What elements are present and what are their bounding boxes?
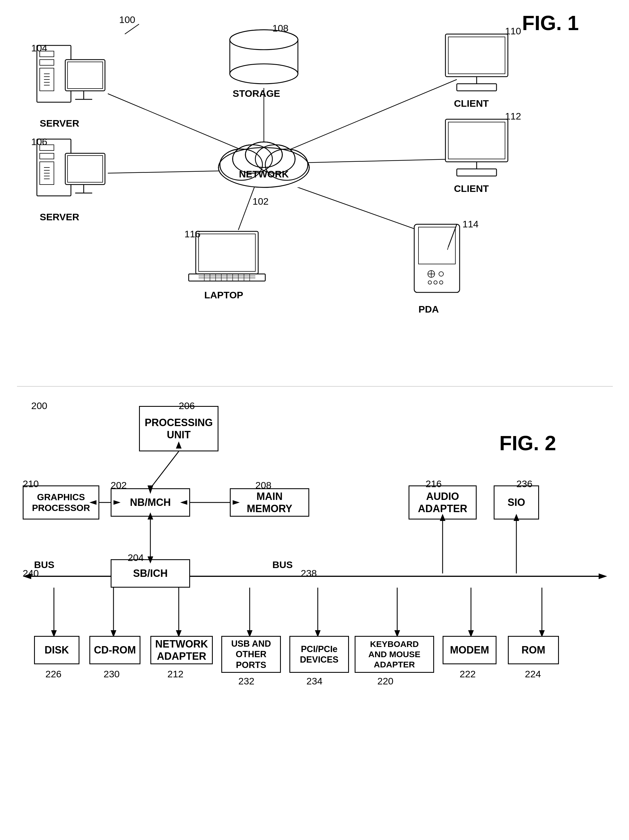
- ref-114: 114: [462, 219, 479, 230]
- pda-label: PDA: [418, 304, 439, 315]
- cd-rom-box: CD-ROM: [89, 636, 140, 664]
- ref-222: 222: [460, 668, 476, 680]
- server2-icon: [34, 136, 108, 210]
- ref-234: 234: [306, 676, 323, 687]
- network-cloud-icon: NETWORK: [210, 131, 318, 193]
- server2-label: SERVER: [40, 212, 79, 223]
- pda-icon: [408, 221, 465, 301]
- svg-rect-53: [448, 37, 505, 74]
- ref-108: 108: [273, 23, 288, 34]
- disk-box: DISK: [34, 636, 79, 664]
- fig2-connections-svg: [17, 392, 613, 832]
- laptop-label: LAPTOP: [204, 290, 243, 301]
- svg-rect-49: [68, 156, 103, 182]
- svg-rect-75: [418, 227, 456, 264]
- svg-marker-96: [89, 500, 96, 505]
- ref-232: 232: [238, 676, 254, 687]
- ref-104: 104: [31, 43, 47, 54]
- page: FIG. 1 100: [0, 0, 629, 840]
- fig1-diagram: FIG. 1 100: [17, 8, 613, 372]
- rom-label: ROM: [522, 644, 545, 656]
- storage-icon: [227, 28, 301, 85]
- storage-label: STORAGE: [233, 88, 280, 99]
- svg-marker-97: [114, 500, 121, 505]
- svg-rect-61: [199, 234, 255, 272]
- ref-116: 116: [184, 229, 200, 240]
- server1-label: SERVER: [40, 118, 79, 129]
- disk-label: DISK: [44, 644, 69, 656]
- fig1-title: FIG. 1: [522, 11, 579, 35]
- usb-ports-label: USB AND OTHER PORTS: [231, 638, 271, 670]
- network-adapter-box: NETWORK ADAPTER: [150, 636, 213, 664]
- cd-rom-label: CD-ROM: [94, 644, 136, 656]
- pci-devices-box: PCI/PCIe DEVICES: [289, 636, 349, 673]
- svg-marker-99: [148, 512, 153, 519]
- ref-212: 212: [167, 668, 184, 680]
- ref-220: 220: [377, 676, 394, 687]
- ref-230: 230: [104, 668, 120, 680]
- ref-112: 112: [505, 111, 521, 122]
- usb-ports-box: USB AND OTHER PORTS: [221, 636, 281, 673]
- svg-marker-90: [148, 485, 153, 494]
- svg-rect-59: [457, 169, 497, 176]
- svg-line-89: [150, 452, 179, 488]
- client2-icon: [440, 116, 514, 179]
- svg-line-0: [125, 24, 139, 34]
- svg-marker-100: [148, 556, 153, 564]
- client1-icon: [440, 31, 514, 94]
- svg-marker-102: [440, 514, 445, 521]
- keyboard-mouse-box: KEYBOARD AND MOUSE ADAPTER: [355, 636, 434, 673]
- modem-label: MODEM: [450, 644, 489, 656]
- svg-text:NETWORK: NETWORK: [239, 169, 289, 179]
- keyboard-mouse-label: KEYBOARD AND MOUSE ADAPTER: [368, 639, 420, 669]
- ref-226: 226: [46, 668, 61, 680]
- ref-224: 224: [525, 668, 541, 680]
- svg-rect-55: [457, 84, 497, 91]
- svg-rect-36: [68, 62, 103, 88]
- svg-marker-94: [233, 500, 240, 505]
- ref-102: 102: [252, 196, 269, 207]
- svg-marker-93: [180, 500, 187, 505]
- server1-icon: [34, 43, 108, 116]
- pci-devices-label: PCI/PCIe DEVICES: [300, 644, 339, 665]
- modem-box: MODEM: [443, 636, 497, 664]
- ref-106: 106: [31, 136, 47, 147]
- client1-label: CLIENT: [454, 98, 489, 109]
- client2-label: CLIENT: [454, 183, 489, 194]
- ref-100: 100: [119, 14, 136, 25]
- rom-box: ROM: [508, 636, 559, 664]
- svg-marker-91: [176, 441, 181, 448]
- fig2-diagram: FIG. 2 200 PROCESSING UNIT 206 NB/MCH 20…: [17, 392, 613, 832]
- divider: [17, 386, 613, 387]
- ref-110: 110: [505, 25, 521, 36]
- network-adapter-label: NETWORK ADAPTER: [155, 638, 208, 662]
- svg-marker-104: [514, 514, 519, 521]
- svg-point-10: [230, 64, 298, 84]
- svg-rect-57: [448, 122, 505, 159]
